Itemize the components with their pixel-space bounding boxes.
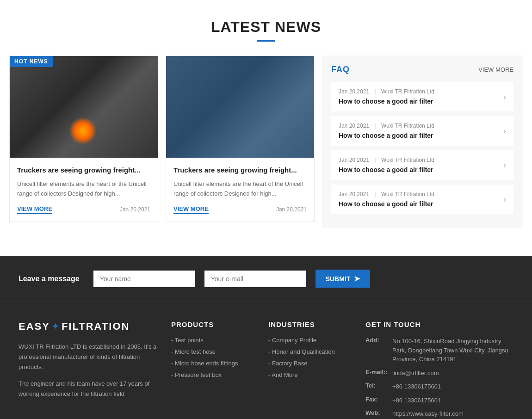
faq-date-3: Jan 20,2021 xyxy=(339,157,369,163)
news-card-desc-1: Unicell filter elements are the heart of… xyxy=(17,179,150,199)
faq-separator-4: | xyxy=(374,191,376,197)
faq-item-left-2: Jan 20,2021 | Wuxi TR Filtration Ltd. Ho… xyxy=(339,123,499,139)
industry-link-4[interactable]: And More xyxy=(272,371,297,378)
product-link-1[interactable]: Test points xyxy=(175,337,204,344)
view-more-link-1[interactable]: VIEW MORE xyxy=(17,205,52,214)
faq-date-1: Jan 20,2021 xyxy=(339,88,369,95)
email-label: E-mail:: xyxy=(365,369,389,378)
faq-item-title-3: How to choose a good air filter xyxy=(339,166,499,173)
footer-products-list: Test points Micro test hose Micro hose e… xyxy=(171,337,254,378)
faq-item-title-1: How to choose a good air filter xyxy=(339,98,499,105)
footer-contact-title: GET IN TOUCH xyxy=(365,320,513,328)
view-more-link-2[interactable]: VIEW MORE xyxy=(173,205,209,214)
news-card-date-2: Jan 20,2021 xyxy=(276,206,307,213)
footer-logo: EASY✦FILTRATION xyxy=(19,320,157,333)
faq-view-more[interactable]: VIEW MORE xyxy=(478,66,513,73)
news-grid: HOT NEWS Truckers are seeing growing fre… xyxy=(9,55,523,228)
chevron-right-icon-1: › xyxy=(503,92,506,102)
contact-email-row: E-mail:: linda@trfilter.com xyxy=(365,369,513,378)
faq-item-left-1: Jan 20,2021 | Wuxi TR Filtration Ltd. Ho… xyxy=(339,88,499,105)
footer-main: EASY✦FILTRATION WUXI TR Filtration LTD i… xyxy=(0,302,532,419)
footer-leave-message-label: Leave a message xyxy=(19,275,80,283)
product-item-2[interactable]: Micro test hose xyxy=(171,348,254,355)
news-card-2: Truckers are seeing growing freight... U… xyxy=(166,55,315,222)
address-label: Add: xyxy=(365,337,389,364)
news-card-image-1: HOT NEWS xyxy=(10,56,158,158)
faq-item-title-2: How to choose a good air filter xyxy=(339,132,499,139)
footer-about-1: WUXI TR Filtration LTD is established in… xyxy=(19,342,157,372)
news-card-body-2: Truckers are seeing growing freight... U… xyxy=(166,158,314,222)
news-card-date-1: Jan 20,2021 xyxy=(120,206,150,213)
news-card-desc-2: Unicell filter elements are the heart of… xyxy=(173,179,307,199)
footer-industries-title: INDUSTRIES xyxy=(268,320,352,328)
product-item-3[interactable]: Micro hose ends fittings xyxy=(171,360,254,367)
email-input[interactable] xyxy=(204,271,306,287)
footer-products-title: PRODUCTS xyxy=(171,320,254,328)
footer-contact-bar: Leave a message SUBMIT ➤ xyxy=(0,256,532,302)
faq-source-3: Wuxi TR Filtration Ltd. xyxy=(381,157,436,163)
product-link-4[interactable]: Pressure test box xyxy=(175,371,222,378)
product-item-4[interactable]: Pressure test box xyxy=(171,371,254,378)
footer-products-col: PRODUCTS Test points Micro test hose Mic… xyxy=(171,320,254,419)
faq-separator-2: | xyxy=(374,123,376,129)
news-cards-container: HOT NEWS Truckers are seeing growing fre… xyxy=(9,55,315,222)
news-card-title-2: Truckers are seeing growing freight... xyxy=(173,165,307,175)
faq-item-4[interactable]: Jan 20,2021 | Wuxi TR Filtration Ltd. Ho… xyxy=(331,185,513,214)
news-card-footer-1: VIEW MORE Jan 20,2021 xyxy=(17,205,150,214)
footer-industries-list: Company Profile Honor and Qualification … xyxy=(268,337,352,378)
contact-address-row: Add: No.100-16, ShixinRoad Jingying Indu… xyxy=(365,337,513,364)
send-icon: ➤ xyxy=(354,274,360,283)
news-card-1: HOT NEWS Truckers are seeing growing fre… xyxy=(9,55,158,222)
industry-item-2[interactable]: Honor and Qualification xyxy=(268,348,352,355)
news-card-image-2 xyxy=(166,56,314,158)
product-link-2[interactable]: Micro test hose xyxy=(175,348,216,355)
faq-separator-1: | xyxy=(374,88,376,95)
name-input[interactable] xyxy=(93,271,195,287)
faq-item-left-3: Jan 20,2021 | Wuxi TR Filtration Ltd. Ho… xyxy=(339,157,499,173)
tel-value: +86 13306175601 xyxy=(392,382,441,391)
chevron-right-icon-2: › xyxy=(503,126,506,136)
submit-button[interactable]: SUBMIT ➤ xyxy=(315,270,371,288)
section-title: LATEST NEWS xyxy=(9,18,523,36)
tel-label: Tel: xyxy=(365,382,389,391)
footer-get-in-touch-col: GET IN TOUCH Add: No.100-16, ShixinRoad … xyxy=(365,320,513,419)
faq-item-3[interactable]: Jan 20,2021 | Wuxi TR Filtration Ltd. Ho… xyxy=(331,150,513,180)
industry-link-1[interactable]: Company Profile xyxy=(272,337,316,344)
faq-meta-3: Jan 20,2021 | Wuxi TR Filtration Ltd. xyxy=(339,157,499,163)
industry-item-4[interactable]: And More xyxy=(268,371,352,378)
contact-web-row: Web: https://www.easy-filter.com xyxy=(365,409,513,419)
product-link-3[interactable]: Micro hose ends fittings xyxy=(175,360,238,367)
fax-label: Fax: xyxy=(365,396,389,405)
footer-about-2: The engineer and his team have over 17 y… xyxy=(19,379,157,399)
faq-item-2[interactable]: Jan 20,2021 | Wuxi TR Filtration Ltd. Ho… xyxy=(331,116,513,146)
faq-title: FAQ xyxy=(331,65,350,74)
footer-brand: EASY✦FILTRATION WUXI TR Filtration LTD i… xyxy=(19,320,157,419)
footer: Leave a message SUBMIT ➤ EASY✦FILTRATION… xyxy=(0,256,532,419)
contact-tel-row: Tel: +86 13306175601 xyxy=(365,382,513,391)
faq-source-4: Wuxi TR Filtration Ltd. xyxy=(381,191,436,197)
faq-panel: FAQ VIEW MORE Jan 20,2021 | Wuxi TR Filt… xyxy=(322,55,523,228)
faq-item-title-4: How to choose a good air filter xyxy=(339,200,499,208)
faq-source-1: Wuxi TR Filtration Ltd. xyxy=(381,88,436,95)
industry-item-1[interactable]: Company Profile xyxy=(268,337,352,344)
news-card-body-1: Truckers are seeing growing freight... U… xyxy=(10,158,158,222)
section-divider xyxy=(257,40,275,42)
product-item-1[interactable]: Test points xyxy=(171,337,254,344)
latest-news-section: LATEST NEWS HOT NEWS Truckers are seeing… xyxy=(0,0,532,256)
faq-meta-1: Jan 20,2021 | Wuxi TR Filtration Ltd. xyxy=(339,88,499,95)
industry-link-2[interactable]: Honor and Qualification xyxy=(272,348,335,355)
faq-date-4: Jan 20,2021 xyxy=(339,191,369,197)
faq-meta-4: Jan 20,2021 | Wuxi TR Filtration Ltd. xyxy=(339,191,499,197)
industry-link-3[interactable]: Factory Base xyxy=(272,360,308,367)
faq-header: FAQ VIEW MORE xyxy=(331,65,513,74)
faq-item-left-4: Jan 20,2021 | Wuxi TR Filtration Ltd. Ho… xyxy=(339,191,499,208)
email-value: linda@trfilter.com xyxy=(392,369,439,378)
contact-fax-row: Fax: +86 13306175601 xyxy=(365,396,513,405)
faq-item-1[interactable]: Jan 20,2021 | Wuxi TR Filtration Ltd. Ho… xyxy=(331,82,513,111)
web-value: https://www.easy-filter.com xyxy=(392,409,464,419)
faq-date-2: Jan 20,2021 xyxy=(339,123,369,129)
faq-separator-3: | xyxy=(374,157,376,163)
submit-label: SUBMIT xyxy=(326,275,351,283)
address-value: No.100-16, ShixinRoad Jingying Industry … xyxy=(392,337,513,364)
industry-item-3[interactable]: Factory Base xyxy=(268,360,352,367)
